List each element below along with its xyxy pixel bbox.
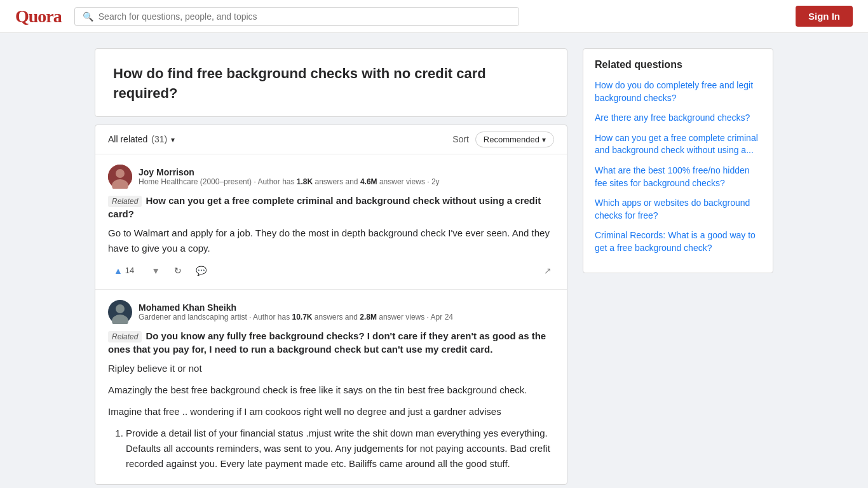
author-meta-1: Home Healthcare (2000–present) · Author … xyxy=(139,177,440,186)
avatar-1 xyxy=(108,165,132,189)
author-meta-mid-1: answers and xyxy=(313,177,360,186)
related-questions-title: Related questions xyxy=(595,59,761,71)
author-meta-suffix-1: answer views · 2y xyxy=(377,177,440,186)
author-answers-2: 10.7K xyxy=(292,313,312,322)
svg-point-4 xyxy=(116,304,125,313)
related-question-1: RelatedHow can you get a free complete c… xyxy=(108,194,554,220)
search-icon: 🔍 xyxy=(83,11,93,22)
related-q-item-1: How do you do completely free and legit … xyxy=(595,79,761,104)
author-views-1: 4.6M xyxy=(360,177,377,186)
share-icon-1: ↻ xyxy=(174,266,182,276)
author-meta-suffix-2: answer views · Apr 24 xyxy=(377,313,453,322)
author-info-1: Joy Morrison Home Healthcare (2000–prese… xyxy=(139,167,440,186)
answers-section: All related (31) Sort Recommended xyxy=(95,125,567,485)
author-info-2: Mohamed Khan Sheikh Gardener and landsca… xyxy=(139,302,453,322)
answer-text-2b: Amazingly the best free background check… xyxy=(108,383,554,398)
quora-logo[interactable]: Quora xyxy=(15,6,62,27)
list-item-2-1: Provide a detail list of your financial … xyxy=(126,426,554,471)
downvote-icon-1: ▼ xyxy=(151,266,160,276)
author-views-2: 2.8M xyxy=(360,313,377,322)
answer-list-2: Provide a detail list of your financial … xyxy=(108,426,554,471)
related-tag-2: Related xyxy=(108,331,142,342)
author-name-2[interactable]: Mohamed Khan Sheikh xyxy=(139,302,453,313)
related-q-item-5: Which apps or websites do background che… xyxy=(595,197,761,222)
upvote-icon-1: ▲ xyxy=(114,266,123,276)
sign-in-button[interactable]: Sign In xyxy=(796,6,853,27)
more-share-button-1[interactable]: ↗ xyxy=(541,263,554,278)
related-q-link-4[interactable]: What are the best 100% free/no hidden fe… xyxy=(595,165,750,188)
answer-text-2c: Imagine that free .. wondering if I am c… xyxy=(108,404,554,419)
related-question-2: RelatedDo you know any fully free backgr… xyxy=(108,329,554,356)
related-q-item-4: What are the best 100% free/no hidden fe… xyxy=(595,165,761,189)
comment-button-1[interactable]: 💬 xyxy=(193,263,209,278)
sort-chevron-icon xyxy=(542,135,546,144)
author-meta-prefix-1: Home Healthcare (2000–present) · Author … xyxy=(139,177,297,186)
all-related-filter[interactable]: All related (31) xyxy=(108,134,175,144)
avatar-2 xyxy=(108,300,132,324)
answers-toolbar: All related (31) Sort Recommended xyxy=(95,125,567,154)
related-q-link-6[interactable]: Criminal Records: What is a good way to … xyxy=(595,230,756,253)
author-row-2: Mohamed Khan Sheikh Gardener and landsca… xyxy=(108,300,554,324)
content-area: How do find free background checks with … xyxy=(95,48,567,485)
related-question-text-1: How can you get a free complete criminal… xyxy=(108,195,541,219)
question-card: How do find free background checks with … xyxy=(95,48,567,117)
related-q-link-2[interactable]: Are there any free background checks? xyxy=(595,112,750,123)
related-q-link-1[interactable]: How do you do completely free and legit … xyxy=(595,80,753,103)
author-name-1[interactable]: Joy Morrison xyxy=(139,167,440,177)
chevron-down-icon xyxy=(171,134,175,144)
related-question-text-2: Do you know any fully free background ch… xyxy=(108,330,546,355)
sidebar: Related questions How do you do complete… xyxy=(583,48,773,485)
author-meta-2: Gardener and landscaping artist · Author… xyxy=(139,313,453,322)
comment-icon-1: 💬 xyxy=(196,266,207,276)
upvote-button-1[interactable]: ▲ 14 xyxy=(108,262,140,279)
search-input[interactable] xyxy=(98,11,511,22)
author-meta-prefix-2: Gardener and landscaping artist · Author… xyxy=(139,313,292,322)
search-bar[interactable]: 🔍 xyxy=(74,7,519,26)
more-share-icon-1: ↗ xyxy=(544,266,552,276)
author-meta-mid-2: answers and xyxy=(313,313,360,322)
related-q-item-6: Criminal Records: What is a good way to … xyxy=(595,229,761,254)
author-row-1: Joy Morrison Home Healthcare (2000–prese… xyxy=(108,165,554,189)
downvote-button-1[interactable]: ▼ xyxy=(149,263,163,278)
header-right: Sign In xyxy=(796,6,853,27)
answer-item-1: Joy Morrison Home Healthcare (2000–prese… xyxy=(95,154,567,290)
sort-label: Sort xyxy=(452,134,469,144)
header: Quora 🔍 Sign In xyxy=(0,0,868,33)
upvote-count-1: 14 xyxy=(125,266,134,275)
all-related-label: All related xyxy=(108,134,147,144)
answer-text-1: Go to Walmart and apply for a job. They … xyxy=(108,226,554,256)
share-button-1[interactable]: ↻ xyxy=(172,263,184,278)
author-answers-1: 1.8K xyxy=(297,177,313,186)
all-related-count: (31) xyxy=(151,134,167,144)
svg-point-1 xyxy=(116,169,125,178)
related-q-item-3: How can you get a free complete criminal… xyxy=(595,132,761,157)
answer-item-2: Mohamed Khan Sheikh Gardener and landsca… xyxy=(95,290,567,484)
related-tag-1: Related xyxy=(108,196,142,207)
answer-text-2a: Ripley believe it or not xyxy=(108,361,554,376)
related-q-item-2: Are there any free background checks? xyxy=(595,112,761,125)
sort-value: Recommended xyxy=(484,135,539,144)
sort-area: Sort Recommended xyxy=(452,132,554,147)
related-q-link-3[interactable]: How can you get a free complete criminal… xyxy=(595,133,758,156)
sort-dropdown[interactable]: Recommended xyxy=(475,132,554,147)
question-title: How do find free background checks with … xyxy=(113,64,549,104)
main-container: How do find free background checks with … xyxy=(85,48,783,485)
related-questions-card: Related questions How do you do complete… xyxy=(583,48,773,273)
related-q-link-5[interactable]: Which apps or websites do background che… xyxy=(595,198,750,220)
answer-actions-1: ▲ 14 ▼ ↻ 💬 ↗ xyxy=(108,262,554,279)
